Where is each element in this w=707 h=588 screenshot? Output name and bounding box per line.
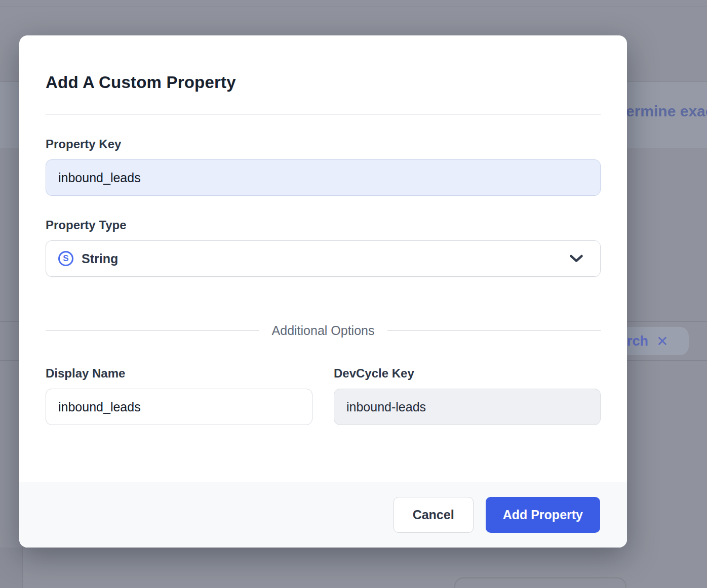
additional-options-divider: Additional Options: [46, 323, 601, 338]
devcycle-key-input: [334, 389, 601, 425]
cancel-button[interactable]: Cancel: [394, 497, 474, 533]
string-type-icon: S: [58, 251, 73, 266]
display-name-input[interactable]: [46, 389, 312, 425]
additional-options-fields: Display Name DevCycle Key: [46, 366, 601, 425]
additional-options-label: Additional Options: [272, 323, 375, 338]
background-partial-text: ermine exact: [626, 103, 707, 120]
add-property-button[interactable]: Add Property: [486, 497, 600, 533]
chevron-down-icon: [570, 255, 583, 263]
property-key-input[interactable]: [46, 159, 601, 196]
devcycle-key-field: DevCycle Key: [334, 366, 601, 425]
add-custom-property-dialog: Add A Custom Property Property Key Prope…: [19, 35, 627, 548]
background-button-outline: [454, 577, 626, 588]
property-key-label: Property Key: [46, 137, 601, 151]
dialog-body: Add A Custom Property Property Key Prope…: [19, 35, 627, 482]
dialog-footer: Cancel Add Property: [19, 482, 627, 548]
background-chip-label: rch: [627, 333, 648, 349]
background-divider-top: [0, 7, 707, 7]
display-name-label: Display Name: [46, 366, 312, 381]
property-type-value: String: [82, 251, 118, 266]
close-icon: ✕: [656, 333, 668, 350]
property-type-label: Property Type: [46, 218, 601, 232]
background-sidebar-edge: [0, 548, 23, 588]
devcycle-key-label: DevCycle Key: [334, 366, 601, 381]
property-type-select[interactable]: S String: [46, 240, 601, 277]
title-divider: [46, 114, 601, 115]
display-name-field: Display Name: [46, 366, 312, 425]
dialog-title: Add A Custom Property: [46, 73, 601, 92]
